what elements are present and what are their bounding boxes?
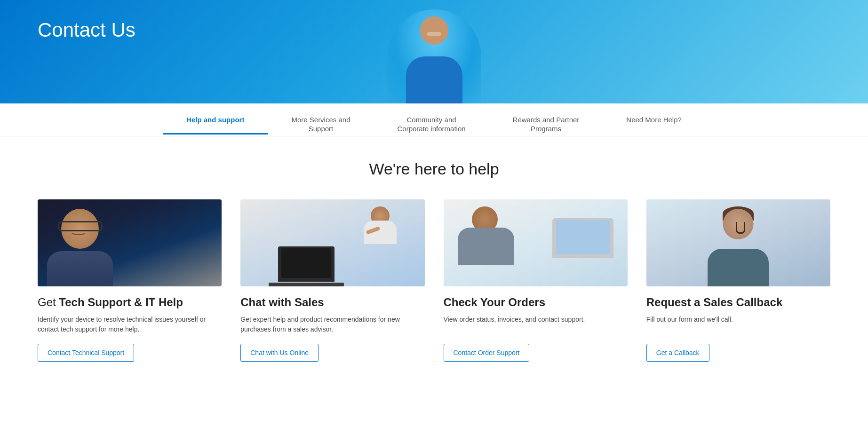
tab-community[interactable]: Community and Corporate information — [374, 95, 489, 144]
hero-person-head — [420, 16, 448, 45]
person1-torso — [47, 251, 113, 286]
tab-need-help[interactable]: Need More Help? — [603, 105, 705, 135]
card-check-orders-image — [444, 199, 628, 286]
person1-smile — [72, 230, 86, 235]
card-tech-support-title: Get Tech Support & IT Help — [38, 296, 222, 309]
card-chat-sales: Chat with Sales Get expert help and prod… — [240, 199, 424, 362]
tab-rewards[interactable]: Rewards and Partner Programs — [489, 95, 603, 144]
person4-headset — [736, 222, 745, 234]
contact-technical-support-button[interactable]: Contact Technical Support — [38, 344, 134, 362]
card-tech-support-desc: Identify your device to resolve technica… — [38, 315, 222, 334]
hero-person-image — [387, 9, 481, 103]
card-chat-sales-title: Chat with Sales — [240, 296, 424, 309]
hero-person-detail — [427, 32, 441, 36]
card-check-orders: Check Your Orders View order status, inv… — [444, 199, 628, 362]
card-tech-support-image — [38, 199, 222, 286]
card-tech-support: Get Tech Support & IT Help Identify your… — [38, 199, 222, 362]
laptop-img — [278, 246, 334, 282]
laptop3-screen — [556, 220, 610, 254]
section-title: We're here to help — [38, 160, 830, 178]
card-check-orders-desc: View order status, invoices, and contact… — [444, 315, 628, 334]
card-callback-desc: Fill out our form and we'll call. — [646, 315, 830, 334]
card-chat-sales-image — [240, 199, 424, 286]
card-check-orders-title: Check Your Orders — [444, 296, 628, 309]
hero-figure — [392, 12, 477, 103]
nav-tabs: Help and support More Services and Suppo… — [0, 103, 868, 136]
person1-glasses — [58, 221, 103, 231]
person3-body — [458, 228, 514, 265]
laptop-screen — [281, 248, 331, 278]
card-callback-image — [646, 199, 830, 286]
get-a-callback-button[interactable]: Get a Callback — [646, 344, 709, 362]
cards-grid: Get Tech Support & IT Help Identify your… — [38, 199, 830, 362]
hero-section: Contact Us — [0, 0, 868, 103]
card-callback-title: Request a Sales Callback — [646, 296, 830, 309]
chat-with-us-online-button[interactable]: Chat with Us Online — [240, 344, 319, 362]
main-content: We're here to help Get Tech Support & IT… — [0, 136, 868, 390]
person2 — [364, 206, 397, 244]
laptop-base — [269, 283, 344, 286]
contact-order-support-button[interactable]: Contact Order Support — [444, 344, 530, 362]
tab-help-support[interactable]: Help and support — [163, 105, 268, 135]
card-chat-sales-desc: Get expert help and product recommendati… — [240, 315, 424, 334]
person4-body — [708, 249, 769, 286]
card-callback: Request a Sales Callback Fill out our fo… — [646, 199, 830, 362]
page-title: Contact Us — [38, 19, 135, 41]
tab-more-services[interactable]: More Services and Support — [268, 95, 374, 144]
laptop3 — [552, 218, 613, 258]
